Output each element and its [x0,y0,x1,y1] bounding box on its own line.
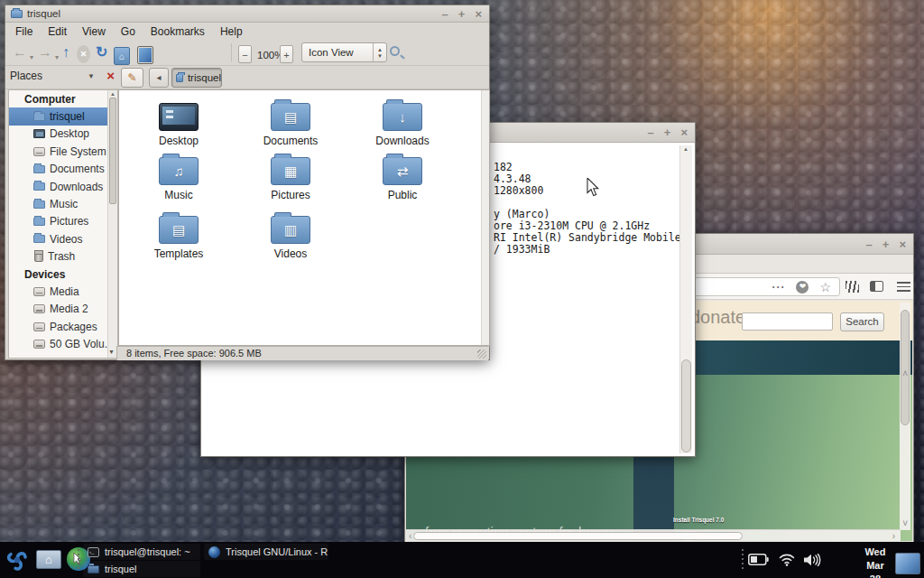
clock[interactable]: Wed Mar 28 16:55 [863,545,888,578]
show-desktop-button[interactable] [895,553,920,574]
places-dropdown-icon[interactable]: ▼ [88,72,95,80]
search-icon[interactable] [390,46,400,56]
maximize-button[interactable]: + [882,238,890,251]
sidebar-scrollbar-thumb[interactable] [109,98,116,204]
folder-icon [33,200,45,209]
sidebar-item-media-2[interactable]: Media 2 [9,301,117,318]
wifi-icon[interactable] [779,554,795,566]
file-icon-public[interactable]: ⇄ Public [353,154,452,201]
menu-file[interactable]: File [15,25,32,38]
edit-location-button[interactable]: ✎ [121,68,143,88]
file-icon-videos[interactable]: ▥ Videos [241,212,340,260]
scroll-right-arrow[interactable]: › [892,531,895,541]
maximize-button[interactable]: + [664,126,671,139]
stop-icon[interactable]: ✕ [77,45,90,63]
file-manager-titlebar[interactable]: trisquel – + × [5,5,489,23]
path-scroll-left-button[interactable]: ◂ [149,68,169,88]
refresh-icon[interactable]: ↻ [96,43,107,61]
menu-bookmarks[interactable]: Bookmarks [151,25,205,38]
sidebar-item-30gb-volume[interactable]: 30 GB Volu [9,353,117,359]
forward-icon[interactable]: → [38,43,52,61]
sidebar-item-media[interactable]: Media [9,283,117,300]
close-button[interactable]: × [680,126,688,139]
sidebar-item-packages[interactable]: Packages [9,318,117,335]
file-manager-launcher-icon[interactable]: ⌂ [36,550,61,569]
firefox-window-controls: – + × [866,234,906,254]
view-mode-select[interactable]: Icon View ▲▼ [301,42,387,62]
vertical-scrollbar-thumb[interactable] [901,310,910,425]
spinner-arrows-icon[interactable]: ▲▼ [373,43,386,61]
file-icon-pictures[interactable]: ▦ Pictures [241,154,340,201]
icon-view-scrollbar[interactable] [481,90,489,345]
sidebar-item-desktop[interactable]: Desktop [9,126,117,143]
resize-grip[interactable] [477,350,486,359]
menu-go[interactable]: Go [121,25,135,38]
back-dropdown-icon[interactable]: ▾ [30,49,33,67]
bookmark-star-icon[interactable]: ☆ [819,281,831,294]
zoom-in-button[interactable]: + [280,45,293,63]
sidebar-scrollbar[interactable]: ▲ [107,90,117,358]
pocket-icon[interactable]: ❤ [796,281,808,294]
battery-icon[interactable] [748,554,769,565]
menu-help[interactable]: Help [220,25,243,38]
scroll-up-arrow[interactable]: ˄ [902,368,908,378]
taskbar-window-file-manager[interactable]: trisquel [83,561,200,577]
trisquel-menu-icon[interactable] [3,546,32,573]
sidebar-item-music[interactable]: Music [9,195,117,212]
menu-hamburger-icon[interactable] [897,282,910,292]
folder-icon [33,165,45,173]
library-icon[interactable] [845,281,859,293]
menu-view[interactable]: View [82,25,106,38]
scroll-down-arrow[interactable]: ˅ [902,518,908,528]
sidebar-item-pictures[interactable]: Pictures [9,213,117,230]
file-icon-music[interactable]: ♫ Music [129,154,228,201]
horizontal-scrollbar-thumb[interactable] [413,532,743,540]
terminal-scrollbar[interactable]: ▲ [679,145,692,453]
site-search-button[interactable]: Search [840,312,884,331]
up-icon[interactable]: ↑ [62,43,69,61]
minimize-button[interactable]: – [648,126,654,139]
places-side-pane[interactable]: Computer trisquel Desktop File System Do… [8,89,118,359]
forward-dropdown-icon[interactable]: ▾ [55,49,59,67]
sidebar-item-documents[interactable]: Documents [9,161,117,178]
side-pane-close-icon[interactable]: × [106,68,115,83]
minimize-button[interactable]: – [866,238,873,251]
file-icon-templates[interactable]: ▤ Templates [129,212,228,260]
file-icon-documents[interactable]: ▤ Documents [241,99,340,147]
sidebar-item-50gb-volume[interactable]: 50 GB Volu... [9,335,117,352]
file-icon-downloads[interactable]: ↓ Downloads [353,99,452,147]
sidebar-item-trisquel[interactable]: trisquel [9,107,117,125]
vertical-scrollbar[interactable] [900,303,910,530]
horizontal-scrollbar[interactable]: ‹ › [406,529,901,541]
home-icon[interactable]: ⌂ [114,47,130,65]
maximize-button[interactable]: + [458,7,466,21]
minimize-button[interactable]: – [442,7,448,21]
terminal-scrollbar-thumb[interactable] [681,359,691,452]
icon-view[interactable]: Desktop ▤ Documents ↓ Downloads ♫ Music … [118,89,490,346]
menu-edit[interactable]: Edit [48,25,67,38]
sidebar-toggle-icon[interactable] [870,281,883,292]
site-search-input[interactable] [742,312,833,331]
volume-icon[interactable] [804,554,821,566]
taskbar-window-firefox[interactable]: Trisquel GNU/Linux - R... [204,544,328,560]
music-folder-icon: ♫ [159,157,199,185]
path-button-trisquel[interactable]: trisquel [171,68,222,88]
sidebar-item-videos[interactable]: Videos [9,230,117,247]
sidebar-scroll-down-icon[interactable]: ▼ [108,349,115,355]
sidebar-item-downloads[interactable]: Downloads [9,178,117,195]
desktop-go-icon[interactable] [137,46,153,64]
sidebar-item-file-system[interactable]: File System [9,143,117,160]
side-pane-header[interactable]: Places ▼ × [10,70,116,82]
file-icon-desktop[interactable]: Desktop [129,99,228,147]
page-actions-icon[interactable]: ··· [772,281,785,294]
site-nav-donate-link[interactable]: donate [690,307,745,328]
file-manager-window[interactable]: trisquel – + × File Edit View Go Bookmar… [5,5,490,360]
zoom-out-button[interactable]: − [238,45,252,63]
taskbar-window-terminal[interactable]: ›_ trisquel@trisquel: ~ [83,544,200,560]
sidebar-item-trash[interactable]: Trash [9,248,117,266]
back-icon[interactable]: ← [13,43,27,61]
close-button[interactable]: × [899,238,906,251]
terminal-icon: ›_ [88,547,99,557]
close-button[interactable]: × [475,7,482,21]
scroll-left-arrow[interactable]: ‹ [409,531,411,541]
